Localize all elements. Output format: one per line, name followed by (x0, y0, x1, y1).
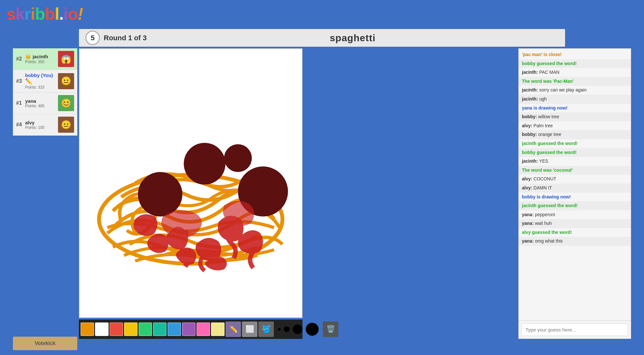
chat-message: yana: pepperoni (519, 210, 631, 219)
round-text: Round 1 of 3 (104, 34, 147, 42)
color-white[interactable] (95, 322, 109, 336)
drawing-canvas[interactable] (79, 48, 303, 318)
canvas-svg[interactable] (80, 49, 302, 317)
players-panel: #2 👑 jacinth Points: 350 😱 #3 bobby (You… (13, 48, 77, 336)
chat-message: jacinth guessed the word! (519, 139, 631, 148)
chat-message: alvy: DAMN IT (519, 184, 631, 193)
player-name: alvy (25, 120, 58, 125)
chat-message: yana: wait huh (519, 219, 631, 228)
player-avatar: 😐 (58, 117, 74, 133)
brush-small[interactable] (278, 328, 281, 331)
logo-s: s (6, 5, 15, 23)
player-points: Points: 105 (25, 125, 58, 130)
player-rank: #3 (16, 78, 25, 84)
chat-messages: 'pac man' is close! bobby guessed the wo… (519, 49, 631, 321)
player-avatar: 😐 (58, 73, 74, 89)
bucket-tool[interactable]: 🪣 (258, 321, 274, 337)
player-avatar: 😊 (58, 95, 74, 111)
pencil-tool[interactable]: ✏️ (226, 321, 241, 337)
player-rank: #4 (16, 122, 25, 128)
logo: skribbl.io! (6, 4, 83, 24)
votekick-button[interactable]: Votekick (13, 337, 77, 350)
color-red[interactable] (110, 322, 123, 336)
player-card: #1 yana Points: 465 😊 (13, 92, 77, 114)
chat-message: alvy guessed the word! (519, 228, 631, 237)
svg-point-4 (224, 144, 252, 172)
logo-l: l (55, 5, 59, 23)
chat-input[interactable] (521, 323, 628, 336)
chat-message: yana: omg what this (519, 237, 631, 246)
logo-k: k (15, 5, 24, 23)
logo-r: r (24, 5, 31, 23)
player-rank: #1 (16, 100, 25, 106)
logo-excl: ! (78, 5, 83, 23)
color-pink[interactable] (197, 322, 210, 336)
player-card: #4 alvy Points: 105 😐 (13, 114, 77, 136)
logo-i2: i (63, 5, 68, 23)
word-display: spaghetti (147, 33, 559, 43)
player-name: 👑 jacinth (25, 54, 58, 60)
timer: 5 (85, 31, 100, 45)
chat-input-area (519, 321, 631, 339)
logo-b2: b (45, 5, 55, 23)
player-points: Points: 350 (25, 60, 58, 64)
color-blue[interactable] (168, 322, 181, 336)
chat-panel: 'pac man' is close! bobby guessed the wo… (518, 48, 631, 339)
color-tan[interactable] (211, 322, 225, 336)
brush-sizes (275, 323, 322, 336)
color-toolbar: ✏️ ⬜ 🪣 🗑️ (79, 320, 303, 339)
chat-message: bobby guessed the word! (519, 59, 631, 68)
chat-message: bobby: orange tree (519, 130, 631, 139)
player-card: #2 👑 jacinth Points: 350 😱 (13, 48, 77, 70)
brush-medium[interactable] (284, 326, 290, 332)
chat-message: bobby guessed the word! (519, 148, 631, 157)
trash-tool[interactable]: 🗑️ (323, 321, 338, 337)
color-teal[interactable] (153, 322, 167, 336)
chat-message: alvy: COCONUT (519, 175, 631, 184)
color-orange[interactable] (81, 322, 94, 336)
logo-i: i (31, 5, 35, 23)
chat-message: jacinth: sorry can we play again (519, 86, 631, 95)
chat-message: bobby is drawing now! (519, 193, 631, 202)
player-rank: #2 (16, 56, 25, 62)
chat-message: jacinth: YES (519, 157, 631, 166)
logo-dot: . (59, 5, 63, 23)
svg-point-2 (138, 172, 182, 216)
player-points: Points: 315 (25, 85, 58, 90)
player-points: Points: 465 (25, 104, 58, 108)
brush-xlarge[interactable] (306, 323, 319, 336)
player-card: #3 bobby (You) ✏️ Points: 315 😐 (13, 70, 77, 92)
chat-message: yana is drawing now! (519, 104, 631, 113)
player-avatar: 😱 (58, 51, 74, 67)
svg-point-1 (184, 143, 225, 184)
round-bar: 5 Round 1 of 3 spaghetti (79, 29, 565, 47)
color-yellow[interactable] (124, 322, 138, 336)
chat-message: jacinth: ugh (519, 95, 631, 104)
color-green[interactable] (139, 322, 152, 336)
chat-message: 'pac man' is close! (519, 50, 631, 59)
chat-message: The word was 'coconut' (519, 166, 631, 175)
chat-message: jacinth: PAC MAN (519, 68, 631, 77)
logo-o: o (68, 5, 78, 23)
player-name: bobby (You) ✏️ (25, 72, 58, 85)
logo-b: b (35, 5, 45, 23)
color-purple[interactable] (182, 322, 196, 336)
chat-message: jacinth guessed the word! (519, 201, 631, 210)
header: skribbl.io! (0, 0, 644, 27)
chat-message: The word was 'Pac-Man' (519, 77, 631, 86)
player-name: yana (25, 98, 58, 104)
chat-message: bobby: willow tree (519, 112, 631, 121)
brush-large[interactable] (293, 324, 303, 334)
chat-message: alvy: Palm tree (519, 121, 631, 130)
eraser-tool[interactable]: ⬜ (242, 321, 257, 337)
